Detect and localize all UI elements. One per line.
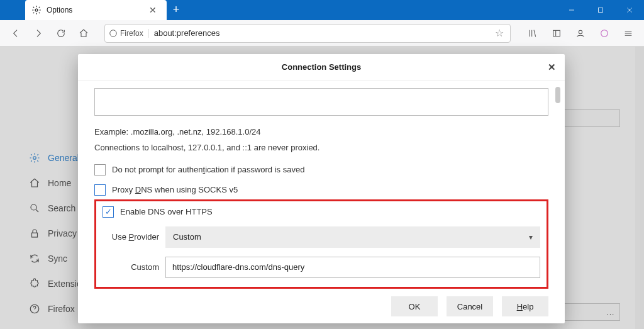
ok-button[interactable]: OK — [391, 296, 438, 316]
bookmark-star-icon[interactable]: ☆ — [492, 27, 506, 39]
browser-tab[interactable]: Options ✕ — [25, 0, 167, 20]
dialog-title-bar: Connection Settings ✕ — [78, 54, 565, 81]
svg-rect-3 — [553, 30, 560, 36]
sidebar-icon[interactable] — [546, 23, 567, 44]
provider-select[interactable]: Custom ▾ — [165, 226, 540, 248]
checkbox-noprompt[interactable] — [94, 164, 106, 176]
tab-close-icon[interactable]: ✕ — [145, 4, 160, 16]
dialog-close-button[interactable]: ✕ — [545, 60, 558, 74]
back-button[interactable] — [5, 23, 26, 44]
gear-icon — [31, 5, 42, 15]
window-titlebar: Options ✕ + — [0, 0, 644, 20]
extension-icon[interactable] — [594, 23, 615, 44]
identity-label: Firefox — [120, 29, 143, 38]
connection-settings-dialog: Connection Settings ✕ Example: .mozilla.… — [78, 54, 565, 323]
custom-row: Custom — [103, 257, 540, 278]
svg-point-4 — [579, 30, 582, 33]
checkbox-label: Proxy DNS when using SOCKS v5 — [112, 185, 238, 194]
checkbox-row-doh[interactable]: ✓ Enable DNS over HTTPS — [103, 206, 540, 218]
url-bar[interactable]: Firefox about:preferences ☆ — [104, 24, 511, 43]
svg-rect-1 — [599, 8, 603, 13]
dialog-button-row: OK Cancel Help — [78, 289, 565, 323]
checkbox-row-noprompt[interactable]: Do not prompt for authentication if pass… — [94, 164, 548, 176]
no-proxy-example: Example: .mozilla.org, .net.nz, 192.168.… — [94, 125, 548, 139]
svg-point-0 — [35, 9, 38, 11]
checkbox-label: Enable DNS over HTTPS — [120, 207, 213, 216]
dialog-scrollbar[interactable] — [553, 87, 562, 283]
window-controls — [557, 0, 644, 20]
home-button[interactable] — [73, 23, 94, 44]
custom-label: Custom — [103, 262, 165, 272]
account-icon[interactable] — [570, 23, 591, 44]
firefox-icon — [109, 29, 118, 38]
identity-badge[interactable]: Firefox — [109, 29, 149, 38]
forward-button[interactable] — [28, 23, 49, 44]
dialog-body: Example: .mozilla.org, .net.nz, 192.168.… — [78, 81, 565, 289]
scrollbar-thumb[interactable] — [555, 87, 560, 103]
help-button[interactable]: Help — [502, 296, 548, 316]
cancel-button[interactable]: Cancel — [447, 296, 493, 316]
close-window-button[interactable] — [615, 0, 644, 20]
chevron-down-icon: ▾ — [529, 233, 533, 242]
hamburger-menu-icon[interactable] — [618, 23, 639, 44]
svg-point-5 — [601, 30, 608, 36]
reload-button[interactable] — [50, 23, 72, 44]
tab-title: Options — [47, 6, 145, 14]
svg-point-2 — [110, 30, 117, 36]
checkbox-row-proxydns[interactable]: Proxy DNS when using SOCKS v5 — [94, 184, 548, 196]
dialog-title: Connection Settings — [282, 62, 361, 72]
browser-toolbar: Firefox about:preferences ☆ — [0, 20, 644, 47]
highlight-box: ✓ Enable DNS over HTTPS Use Provider Cus… — [94, 199, 548, 289]
localhost-note: Connections to localhost, 127.0.0.1, and… — [94, 140, 548, 155]
checkbox-proxydns[interactable] — [94, 184, 106, 196]
provider-row: Use Provider Custom ▾ — [103, 226, 540, 248]
checkbox-label: Do not prompt for authentication if pass… — [112, 165, 304, 174]
minimize-button[interactable] — [557, 0, 586, 20]
custom-url-input[interactable] — [165, 257, 540, 278]
maximize-button[interactable] — [586, 0, 615, 20]
checkmark-icon: ✓ — [105, 207, 112, 216]
new-tab-button[interactable]: + — [167, 0, 186, 19]
library-icon[interactable] — [522, 23, 543, 44]
provider-label: Use Provider — [103, 232, 165, 242]
no-proxy-for-textarea[interactable] — [94, 88, 548, 116]
checkbox-doh[interactable]: ✓ — [103, 206, 114, 218]
url-text: about:preferences — [154, 28, 492, 38]
select-value: Custom — [173, 232, 201, 242]
